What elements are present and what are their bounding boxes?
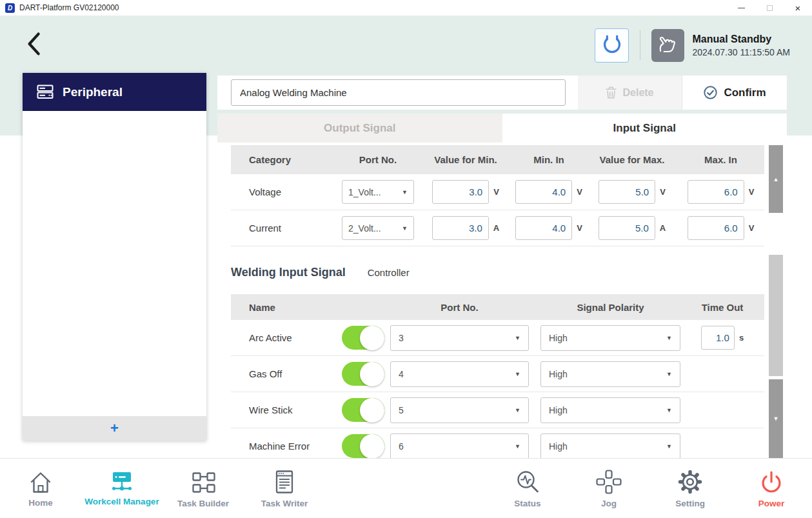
col-port-no: Port No. [390,302,529,313]
chevron-down-icon: ▼ [515,443,520,450]
col-max-in: Max. In [677,154,764,165]
input-signal-panel: Category Port No. Value for Min. Min. In… [217,143,787,458]
delete-button[interactable]: Delete [578,75,682,110]
scroll-down-button[interactable]: ▼ [769,379,783,458]
gas-off-toggle[interactable] [342,362,384,386]
power-icon [757,468,786,495]
nav-task-writer[interactable]: Task Writer [244,459,325,518]
arc-active-toggle[interactable] [342,326,384,350]
sidebar-item-peripheral[interactable]: Peripheral [23,73,206,111]
close-button[interactable]: × [784,0,812,15]
voltage-port-dropdown[interactable]: 1_Volt... ▼ [342,180,414,204]
home-icon [26,469,55,495]
chevron-down-icon: ▼ [666,371,672,377]
dropdown-value: 5 [399,405,404,415]
gas-off-port-dropdown[interactable]: 4 ▼ [390,361,529,387]
nav-label: Workcell Manager [84,497,159,506]
robot-mode-label: Manual Standby [692,34,790,45]
minimize-button[interactable] [727,0,755,15]
minimize-icon [738,8,745,8]
voltage-value-for-min-field[interactable]: 3.0 [432,180,489,204]
welding-signal-table: Name Port No. Signal Polarity Time Out A… [231,294,764,458]
section-title: Welding Input Signal [231,266,346,279]
machine-error-toggle[interactable] [342,434,384,458]
peripheral-name-input[interactable] [231,79,566,106]
unit-label: V [749,187,755,197]
dropdown-value: 4 [399,369,404,379]
machine-error-polarity-dropdown[interactable]: High ▼ [540,433,680,459]
dropdown-value: 1_Volt... [348,187,381,197]
voltage-value-for-max-field[interactable]: 5.0 [599,180,655,204]
peripheral-name-row: Delete Confirm [217,75,787,110]
arc-active-port-dropdown[interactable]: 3 ▼ [390,325,529,351]
manual-mode-button[interactable] [651,29,684,62]
signal-name-label: Arc Active [231,332,342,343]
tab-input-signal[interactable]: Input Signal [502,114,787,143]
nav-task-builder[interactable]: Task Builder [163,459,244,518]
current-port-dropdown[interactable]: 2_Volt... ▼ [342,216,414,240]
bottom-navbar: Home Workcell Manager [0,458,812,518]
voltage-min-in-field[interactable]: 4.0 [515,180,572,204]
col-category: Category [231,154,335,165]
task-writer-icon [270,468,299,495]
nav-power[interactable]: Power [731,459,812,518]
gas-off-polarity-dropdown[interactable]: High ▼ [540,361,680,387]
back-button[interactable] [23,30,46,57]
confirm-button[interactable]: Confirm [682,75,787,110]
window-title: DART-Platform GV02120000 [19,3,119,12]
add-peripheral-button[interactable]: + [23,416,206,441]
current-value-for-min-field[interactable]: 3.0 [432,216,489,240]
trash-icon [606,86,617,99]
chevron-down-icon: ▼ [402,225,408,232]
wire-stick-port-dropdown[interactable]: 5 ▼ [390,397,529,423]
category-label: Current [231,223,335,234]
delete-label: Delete [622,87,653,99]
scroll-down-icon: ▼ [773,415,779,422]
scrollbar: ▲ ▼ [769,145,783,458]
table-row-voltage: Voltage 1_Volt... ▼ 3.0 V 4.0 V 5.0 [231,174,764,210]
unit-label: V [577,223,582,233]
table-row-machine-error: Machine Error 6 ▼ High ▼ [231,428,764,458]
scrollbar-thumb[interactable] [769,255,783,376]
toggle-knob [360,326,384,350]
category-label: Voltage [231,186,335,197]
dropdown-value: High [549,405,568,415]
check-circle-icon [703,85,718,100]
col-port-no: Port No. [335,154,421,165]
nav-label: Status [514,499,540,508]
nav-status[interactable]: Status [487,459,568,518]
unit-label: A [660,223,666,233]
chevron-down-icon: ▼ [515,335,520,341]
nav-home[interactable]: Home [0,459,81,518]
wire-stick-polarity-dropdown[interactable]: High ▼ [540,397,680,423]
signal-name-label: Gas Off [231,368,342,379]
signal-name-label: Machine Error [231,441,342,452]
sidebar: Peripheral + [23,73,206,441]
arc-active-timeout-field[interactable]: 1.0 [701,326,735,350]
col-signal-polarity: Signal Polarity [540,302,680,313]
nav-setting[interactable]: Setting [649,459,731,518]
current-value-for-max-field[interactable]: 5.0 [599,216,655,240]
arc-active-polarity-dropdown[interactable]: High ▼ [540,325,680,351]
workcell-manager-icon [108,470,136,493]
welding-input-signal-section: Welding Input Signal Controller [231,266,787,281]
wire-stick-toggle[interactable] [342,398,384,422]
maximize-button[interactable] [755,0,784,15]
nav-workcell-manager[interactable]: Workcell Manager [81,459,163,518]
toggle-knob [360,362,384,386]
tool-gripper-button[interactable] [595,28,629,63]
current-min-in-field[interactable]: 4.0 [515,216,572,240]
app-logo-icon: D [5,3,15,13]
scroll-up-button[interactable]: ▲ [769,145,783,213]
voltage-max-in-field[interactable]: 6.0 [688,180,744,204]
machine-error-port-dropdown[interactable]: 6 ▼ [390,433,529,459]
titlebar: D DART-Platform GV02120000 × [0,0,812,16]
gripper-icon [601,34,623,56]
unit-label: A [493,223,499,233]
col-value-for-max: Value for Max. [587,154,677,165]
signal-tabs: Output Signal Input Signal [217,114,787,143]
nav-jog[interactable]: Jog [568,459,649,518]
tab-output-signal[interactable]: Output Signal [217,114,502,143]
status-icon [513,468,542,495]
current-max-in-field[interactable]: 6.0 [688,216,744,240]
